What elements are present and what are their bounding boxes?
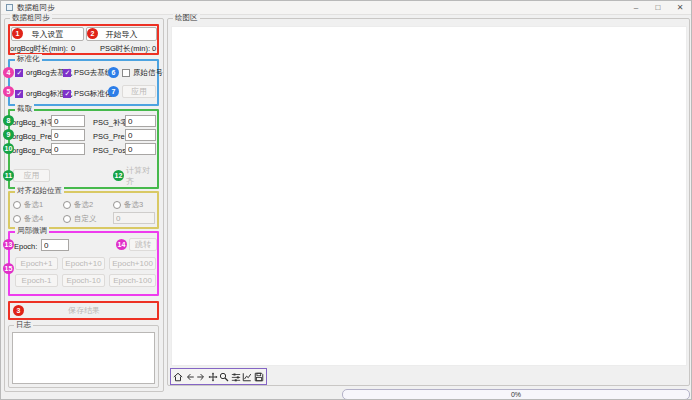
candidate4-radio[interactable]: 备选4 [13, 214, 43, 224]
step-badge-12: 12 [113, 170, 124, 181]
epoch-plus100-button[interactable]: Epoch+100 [109, 257, 156, 270]
jump-button[interactable]: 跳转 [129, 238, 157, 251]
custom-radio[interactable]: 自定义 [63, 214, 97, 224]
psg-post-input[interactable] [125, 143, 156, 155]
step-badge-6: 6 [108, 67, 119, 78]
checkbox-checked-icon [63, 90, 71, 98]
psg-duration-value: 0 [152, 44, 156, 53]
step-badge-11: 11 [3, 170, 14, 181]
checkbox-checked-icon [63, 69, 71, 77]
radio-icon [63, 215, 71, 223]
orgbcg-post-input[interactable] [51, 143, 85, 155]
close-button[interactable]: ✕ [669, 1, 691, 14]
normalize-apply-button[interactable]: 应用 [122, 85, 156, 98]
plot-canvas[interactable] [171, 26, 687, 366]
step-badge-2: 2 [87, 28, 98, 39]
radio-icon [63, 201, 71, 209]
step-badge-10: 10 [3, 143, 14, 154]
candidate2-radio[interactable]: 备选2 [63, 200, 93, 210]
epoch-minus10-button[interactable]: Epoch-10 [62, 274, 105, 287]
checkbox-checked-icon [15, 69, 23, 77]
left-panel-title: 数据粗同步 [10, 13, 52, 23]
psg-pre-input[interactable] [125, 129, 156, 141]
crop-section-title: 截取 [15, 104, 34, 114]
psg-duration-label: PSG时长(min): [100, 44, 150, 54]
step-badge-4: 4 [3, 67, 14, 78]
fine-tune-title: 局部微调 [15, 226, 49, 236]
psg-pad-input[interactable] [125, 115, 156, 127]
orgbcg-pre-label: orgBcg_Pre: [12, 132, 54, 141]
window-title: 数据粗同步 [17, 3, 55, 13]
raw-signal-checkbox[interactable]: 原始信号 [122, 68, 163, 78]
step-badge-9: 9 [3, 129, 14, 140]
epoch-input[interactable] [41, 239, 69, 251]
step-badge-5: 5 [3, 86, 14, 97]
epoch-label: Epoch: [14, 242, 37, 251]
step-badge-8: 8 [3, 115, 14, 126]
step-badge-7: 7 [108, 86, 119, 97]
step-badge-14: 14 [116, 239, 127, 250]
orgbcg-duration-value: 0 [71, 44, 75, 53]
orgbcg-pad-input[interactable] [51, 115, 85, 127]
epoch-plus1-button[interactable]: Epoch+1 [15, 257, 58, 270]
title-bar: 数据粗同步 – □ ✕ [1, 1, 691, 15]
forward-icon[interactable] [196, 371, 207, 383]
epoch-minus100-button[interactable]: Epoch-100 [109, 274, 156, 287]
normalize-section-title: 标准化 [15, 54, 42, 64]
plot-toolbar [170, 368, 267, 385]
candidate1-radio[interactable]: 备选1 [13, 200, 43, 210]
radio-icon [13, 215, 21, 223]
app-icon [6, 4, 13, 11]
psg-normalize-checkbox[interactable]: PSG标准化 [63, 89, 112, 99]
step-badge-3: 3 [13, 305, 24, 316]
customize-icon[interactable] [242, 371, 253, 383]
progress-bar: 0% [342, 389, 690, 400]
log-textarea[interactable] [12, 332, 155, 384]
custom-start-input[interactable] [113, 212, 155, 224]
progress-value: 0% [511, 391, 521, 398]
zoom-icon[interactable] [219, 371, 230, 383]
radio-icon [113, 201, 121, 209]
plot-panel-title: 绘图区 [173, 13, 200, 23]
checkbox-unchecked-icon [122, 69, 130, 77]
subplots-icon[interactable] [231, 371, 242, 383]
epoch-minus1-button[interactable]: Epoch-1 [15, 274, 58, 287]
home-icon[interactable] [173, 371, 184, 383]
epoch-plus10-button[interactable]: Epoch+10 [62, 257, 105, 270]
save-result-button[interactable]: 保存结果 [11, 303, 157, 317]
step-badge-13: 13 [3, 239, 14, 250]
align-start-title: 对齐起始位置 [15, 186, 64, 196]
checkbox-checked-icon [15, 90, 23, 98]
pan-icon[interactable] [208, 371, 219, 383]
maximize-button[interactable]: □ [647, 1, 669, 14]
minimize-button[interactable]: – [625, 1, 647, 14]
psg-debaseline-checkbox[interactable]: PSG去基线 [63, 68, 112, 78]
radio-icon [13, 201, 21, 209]
orgbcg-duration-label: orgBcg时长(min): [10, 44, 68, 54]
save-icon[interactable] [254, 371, 265, 383]
candidate3-radio[interactable]: 备选3 [113, 200, 143, 210]
back-icon[interactable] [185, 371, 196, 383]
calc-align-button[interactable]: 计算对齐 [125, 169, 157, 182]
step-badge-1: 1 [12, 28, 23, 39]
crop-apply-button[interactable]: 应用 [13, 169, 50, 182]
orgbcg-pre-input[interactable] [51, 129, 85, 141]
psg-pre-label: PSG_Pre: [93, 132, 127, 141]
step-badge-15: 15 [3, 263, 14, 274]
log-section-title: 日志 [14, 320, 33, 330]
app-window: 数据粗同步 – □ ✕ 数据粗同步 导入设置 开始导入 1 2 orgBcg时长… [0, 0, 692, 400]
